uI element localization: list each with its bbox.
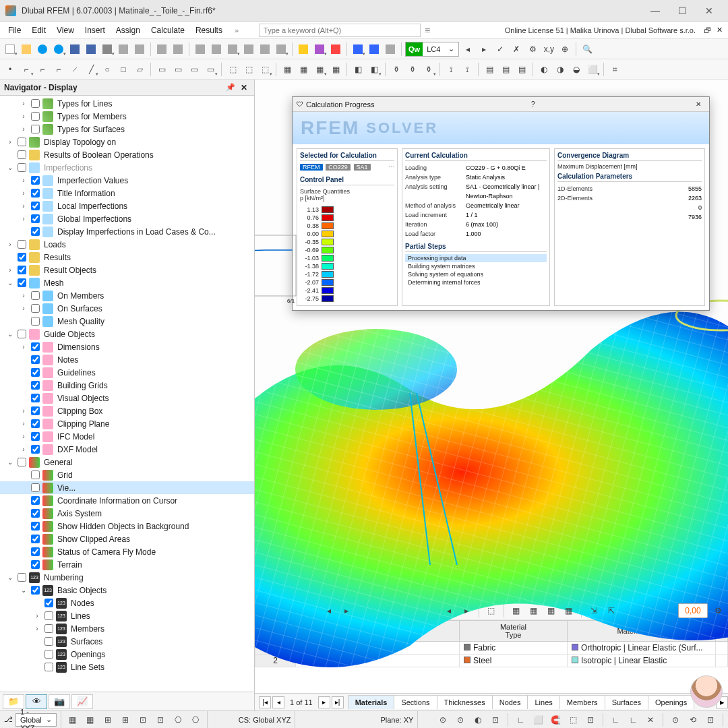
- cs-icon[interactable]: ⎇: [4, 715, 13, 724]
- tree-item[interactable]: Display Imperfections in Load Cases & Co…: [0, 225, 254, 238]
- draw-tool-button[interactable]: ⟟: [460, 62, 475, 77]
- materials-tab[interactable]: Materials: [348, 695, 395, 709]
- tree-item[interactable]: ›Title Information: [0, 187, 254, 200]
- tree-item[interactable]: Axis System: [0, 507, 254, 520]
- draw-tool-button[interactable]: ⬜: [585, 62, 600, 77]
- tree-item[interactable]: 123Line Sets: [0, 661, 254, 673]
- toolbar-button[interactable]: [193, 42, 208, 57]
- draw-tool-button[interactable]: ⬚: [241, 62, 256, 77]
- draw-tool-button[interactable]: ▦: [312, 62, 327, 77]
- tree-checkbox[interactable]: [31, 214, 40, 223]
- tree-item[interactable]: ›Dimensions: [0, 340, 254, 353]
- tree-checkbox[interactable]: [44, 611, 53, 620]
- menu-insert[interactable]: Insert: [80, 24, 111, 37]
- draw-tool-button[interactable]: ▭: [154, 62, 169, 77]
- toolbar-button[interactable]: [171, 42, 185, 57]
- model-canvas[interactable]: 🛡 Calculation Progress ? ✕ RFEMSOLVER Se…: [255, 80, 728, 570]
- draw-tool-button[interactable]: ⬚: [225, 62, 240, 77]
- toolbar-button[interactable]: [154, 42, 169, 57]
- draw-tool-button[interactable]: ⌐: [35, 62, 50, 77]
- menu-more-icon[interactable]: »: [228, 26, 245, 34]
- load-case-combo[interactable]: QwLC4⌄: [405, 42, 459, 57]
- status-tool-button[interactable]: ⊡: [703, 712, 718, 727]
- tree-item[interactable]: Show Clipped Areas: [0, 533, 254, 545]
- table-export-button[interactable]: ⇲: [586, 603, 601, 618]
- status-tool-button[interactable]: ⊡: [153, 712, 168, 727]
- tree-item[interactable]: ⌄Imperfections: [0, 161, 254, 174]
- tree-checkbox[interactable]: [31, 291, 40, 300]
- nav-tab-project[interactable]: 📁: [3, 694, 24, 709]
- draw-tool-button[interactable]: ▭: [171, 62, 185, 77]
- tree-checkbox[interactable]: [31, 535, 40, 543]
- table-tool-1[interactable]: ▦: [509, 603, 524, 618]
- tree-checkbox[interactable]: [31, 483, 40, 492]
- draw-tool-button[interactable]: ◒: [569, 62, 584, 77]
- tree-item[interactable]: ›Local Imperfections: [0, 200, 254, 212]
- tree-checkbox[interactable]: [18, 330, 26, 338]
- draw-tool-button[interactable]: ⌗: [607, 62, 622, 77]
- draw-tool-button[interactable]: ◧: [367, 62, 382, 77]
- status-tool-button[interactable]: ∟: [513, 712, 528, 727]
- toolbar-button[interactable]: 🔍: [580, 42, 595, 57]
- tree-item[interactable]: Coordinate Information on Cursor: [0, 494, 254, 507]
- status-tool-button[interactable]: ▦: [83, 712, 98, 727]
- toolbar-button[interactable]: [100, 42, 115, 57]
- draw-tool-button[interactable]: •: [3, 62, 18, 77]
- status-tool-button[interactable]: ⊙: [668, 712, 683, 727]
- tree-item[interactable]: Building Grids: [0, 379, 254, 392]
- tree-checkbox[interactable]: [31, 304, 40, 313]
- coordinate-system-combo[interactable]: 1 - Global XYZ⌄: [16, 713, 57, 727]
- tree-checkbox[interactable]: [31, 317, 40, 326]
- draw-tool-button[interactable]: □: [116, 62, 131, 77]
- tree-item[interactable]: ›Types for Surfaces: [0, 123, 254, 135]
- toolbar-button[interactable]: ✓: [493, 42, 508, 57]
- materials-tab[interactable]: Members: [559, 695, 605, 709]
- tree-item[interactable]: ›Clipping Box: [0, 404, 254, 417]
- nav-tab-display[interactable]: 👁: [26, 694, 47, 709]
- draw-tool-button[interactable]: ▦: [280, 62, 295, 77]
- tree-item[interactable]: Grid: [0, 468, 254, 481]
- tree-item[interactable]: 123Surfaces: [0, 635, 254, 648]
- status-tool-button[interactable]: ✕: [643, 712, 658, 727]
- toolbar-button[interactable]: [351, 42, 365, 57]
- tree-item[interactable]: ›On Surfaces: [0, 302, 254, 315]
- tree-checkbox[interactable]: [18, 458, 26, 466]
- prev-cat-button[interactable]: ◂: [322, 603, 336, 618]
- tree-checkbox[interactable]: [31, 471, 40, 479]
- tree-item[interactable]: ⌄123Basic Objects: [0, 584, 254, 597]
- page-prev-button[interactable]: ◂: [272, 696, 284, 708]
- tree-item[interactable]: ›123Members: [0, 622, 254, 635]
- mdi-close-icon[interactable]: ✕: [714, 26, 725, 34]
- draw-tool-button[interactable]: ⚱: [405, 62, 420, 77]
- dialog-titlebar[interactable]: 🛡 Calculation Progress ? ✕: [293, 97, 709, 112]
- tree-item[interactable]: ⌄Mesh: [0, 276, 254, 289]
- toolbar-button[interactable]: ⊕: [557, 42, 572, 57]
- tree-item[interactable]: ⌄Guide Objects: [0, 328, 254, 340]
- menu-calculate[interactable]: Calculate: [146, 24, 190, 37]
- tree-checkbox[interactable]: [44, 624, 53, 633]
- toolbar-button[interactable]: [383, 42, 398, 57]
- tree-checkbox[interactable]: [31, 394, 40, 402]
- draw-tool-button[interactable]: ⚱: [389, 62, 404, 77]
- navigator-tree[interactable]: ›Types for Lines›Types for Members›Types…: [0, 96, 254, 692]
- table-import-button[interactable]: ⇱: [604, 603, 619, 618]
- tree-checkbox[interactable]: [44, 650, 53, 659]
- draw-tool-button[interactable]: ⚱: [421, 62, 436, 77]
- draw-tool-button[interactable]: ⌐: [51, 62, 66, 77]
- tree-item[interactable]: ›123Lines: [0, 609, 254, 622]
- select-button[interactable]: ⬚: [484, 603, 499, 618]
- page-next-button[interactable]: ▸: [318, 696, 330, 708]
- tree-checkbox[interactable]: [18, 240, 26, 249]
- table-tool-3[interactable]: ▦: [544, 603, 559, 618]
- materials-tab[interactable]: Sections: [394, 695, 437, 709]
- tree-item[interactable]: ›Result Objects: [0, 264, 254, 276]
- status-tool-button[interactable]: 🧲: [548, 712, 563, 727]
- next-obj-button[interactable]: ▸: [459, 603, 474, 618]
- toolbar-button[interactable]: x,y: [541, 42, 556, 57]
- draw-tool-button[interactable]: ○: [100, 62, 115, 77]
- user-avatar[interactable]: [690, 675, 723, 708]
- tree-checkbox[interactable]: [31, 509, 40, 518]
- tree-item[interactable]: Mesh Quality: [0, 315, 254, 328]
- tree-item[interactable]: ›Types for Lines: [0, 97, 254, 110]
- tree-item[interactable]: ⌄123Numbering: [0, 571, 254, 584]
